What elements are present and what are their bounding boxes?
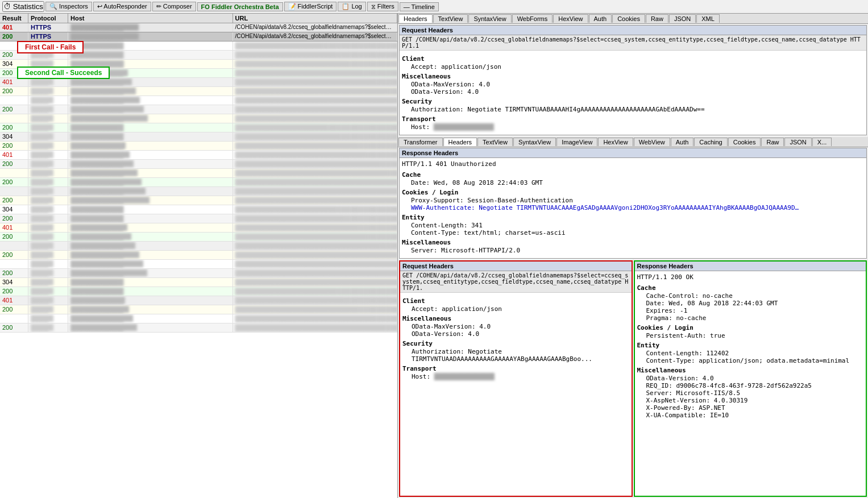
host-cell: ████████████ xyxy=(68,205,233,214)
url-cell: ████████████████████████████████████████ xyxy=(233,187,398,196)
bottom-request-url: GET /COHEN/api/data/v8.2/ccseq_globalfie… xyxy=(400,271,632,293)
session-row[interactable]: 401 ████ ████████████ ██████████████████… xyxy=(0,296,397,305)
result-cell: 401 xyxy=(0,223,28,232)
result-cell: 200 xyxy=(0,142,28,150)
session-row[interactable]: 200 ████ ████████████ ██████████████████… xyxy=(0,51,397,60)
tab-transformer[interactable]: Transformer xyxy=(398,138,443,146)
session-row[interactable]: 401 HTTPS ████████████ /COHEN/api/data/v… xyxy=(0,23,397,32)
tab-xml[interactable]: XML xyxy=(696,14,720,23)
session-row[interactable]: 304 ████ ████████████ ██████████████████… xyxy=(0,60,397,69)
tab-hexview[interactable]: HexView xyxy=(553,14,588,23)
protocol-cell: ████ xyxy=(28,96,68,105)
inspector-tabs: Headers TextView SyntaxView WebForms Hex… xyxy=(398,14,868,24)
result-cell: 200 xyxy=(0,123,28,132)
session-row[interactable]: 200 ████ ████████████ ██████████████████… xyxy=(0,123,397,132)
tab-imageview-resp[interactable]: ImageView xyxy=(556,138,597,146)
tab-auth[interactable]: Auth xyxy=(589,14,612,23)
session-row[interactable]: 200 ████ ████████████ ██████████████████… xyxy=(0,87,397,96)
session-row[interactable]: 200 ████ ████████████ ██████████████████… xyxy=(0,196,397,205)
tab-x-resp[interactable]: X... xyxy=(812,138,832,146)
session-row[interactable]: 200 ████ ████████████ ██████████████████… xyxy=(0,269,397,278)
session-row[interactable]: ████ ████████████ ██████████████████████… xyxy=(0,187,397,196)
tab-webview-resp[interactable]: WebView xyxy=(634,138,670,146)
tab-headers-resp[interactable]: Headers xyxy=(443,138,477,146)
session-row[interactable]: ████ ████████████ ██████████████████████… xyxy=(0,314,397,323)
url-cell: ████████████████████████████████████████ xyxy=(233,196,398,205)
host-cell: ████████████ xyxy=(68,233,233,241)
session-row[interactable]: 304 ████ ████████████ ██████████████████… xyxy=(0,205,397,214)
result-cell xyxy=(0,314,28,323)
tab-textview-resp[interactable]: TextView xyxy=(477,138,513,146)
url-cell: ████████████████████████████████████████ xyxy=(233,96,398,105)
session-row[interactable]: 304 ████ ████████████ ██████████████████… xyxy=(0,278,397,287)
host-cell: ████████████ xyxy=(68,23,233,32)
session-row[interactable]: ████ ████████████ ██████████████████████… xyxy=(0,96,397,105)
tab-autoresponder[interactable]: ↩ AutoResponder xyxy=(93,2,151,11)
url-cell: ████████████████████████████████████████ xyxy=(233,223,398,232)
host-cell: ████████████ xyxy=(68,42,233,50)
tab-fiddler-orchestra[interactable]: FO Fiddler Orchestra Beta xyxy=(197,2,283,11)
result-cell: 200 xyxy=(0,305,28,314)
protocol-cell: HTTPS xyxy=(28,23,68,32)
host-cell: ████████████ xyxy=(68,51,233,59)
session-row[interactable]: 200 ████ ████████████ ██████████████████… xyxy=(0,214,397,223)
session-row[interactable]: 200 ████ ████████████ ██████████████████… xyxy=(0,69,397,78)
session-row[interactable]: 200 ████ ████████████ ██████████████████… xyxy=(0,323,397,333)
session-row[interactable]: 200 ████ ████████████ ██████████████████… xyxy=(0,160,397,169)
tab-auth-resp[interactable]: Auth xyxy=(671,138,694,146)
session-row[interactable]: 200 ████ ████████████ ██████████████████… xyxy=(0,251,397,260)
url-cell: ████████████████████████████████████████ xyxy=(233,260,398,268)
session-row[interactable]: ████ ████████████ ██████████████████████… xyxy=(0,114,397,123)
session-row[interactable]: 200 HTTPS ████████████ /COHEN/api/data/v… xyxy=(0,32,397,42)
tab-raw[interactable]: Raw xyxy=(646,14,668,23)
host-cell: ████████████ xyxy=(68,196,233,205)
tab-inspectors[interactable]: 🔍 Inspectors xyxy=(45,2,92,11)
session-row[interactable]: 304 ████ ████████████ ██████████████████… xyxy=(0,132,397,142)
tab-caching-resp[interactable]: Caching xyxy=(694,138,727,146)
protocol-cell: ████ xyxy=(28,305,68,314)
url-cell: ████████████████████████████████████████ xyxy=(233,269,398,277)
tab-json-resp[interactable]: JSON xyxy=(784,138,811,146)
session-row[interactable]: 401 ████ ████████████ ██████████████████… xyxy=(0,223,397,233)
host-cell: ████████████ xyxy=(68,78,233,86)
session-row[interactable]: 401 ████ ████████████ ██████████████████… xyxy=(0,151,397,160)
tab-textview[interactable]: TextView xyxy=(433,14,468,23)
tab-filters[interactable]: ⧖ Filters xyxy=(367,2,398,11)
session-row[interactable]: 401 ████ ████████████ ██████████████████… xyxy=(0,78,397,87)
tab-timeline[interactable]: — Timeline xyxy=(400,2,439,11)
session-row[interactable]: 200 ████ ████████████ ██████████████████… xyxy=(0,233,397,242)
host-cell: ████████████ xyxy=(68,314,233,323)
tab-cookies[interactable]: Cookies xyxy=(612,14,645,23)
session-row[interactable]: ████ ████████████ ██████████████████████… xyxy=(0,260,397,269)
session-row[interactable]: ████ ████████████ ██████████████████████… xyxy=(0,242,397,251)
session-row[interactable]: ████ ████████████ ██████████████████████… xyxy=(0,42,397,51)
session-row[interactable]: 200 ████ ████████████ ██████████████████… xyxy=(0,142,397,151)
tab-webforms[interactable]: WebForms xyxy=(512,14,553,23)
session-row[interactable]: 200 ████ ████████████ ██████████████████… xyxy=(0,105,397,114)
session-row[interactable]: 200 ████ ████████████ ██████████████████… xyxy=(0,305,397,314)
tab-raw-resp[interactable]: Raw xyxy=(761,138,784,146)
protocol-cell: ████ xyxy=(28,233,68,241)
host-cell: ████████████ xyxy=(68,105,233,114)
tab-headers[interactable]: Headers xyxy=(398,14,433,23)
protocol-cell: ████ xyxy=(28,260,68,268)
tab-fiddler-script[interactable]: 📝 FiddlerScript xyxy=(284,2,337,11)
tab-composer[interactable]: ✏ Composer xyxy=(152,2,196,11)
session-row[interactable]: ████ ████████████ ██████████████████████… xyxy=(0,169,397,178)
tab-json[interactable]: JSON xyxy=(669,14,696,23)
url-cell: ████████████████████████████████████████ xyxy=(233,296,398,305)
host-cell: ████████████ xyxy=(68,251,233,259)
col-result: Result xyxy=(0,14,28,23)
session-row[interactable]: 200 ████ ████████████ ██████████████████… xyxy=(0,178,397,187)
tab-log[interactable]: 📋 Log xyxy=(338,2,366,11)
tab-syntaxview[interactable]: SyntaxView xyxy=(468,14,511,23)
url-cell: ████████████████████████████████████████ xyxy=(233,178,398,186)
host-cell: ████████████ xyxy=(68,32,233,41)
protocol-cell: ████ xyxy=(28,178,68,186)
session-row[interactable]: 200 ████ ████████████ ██████████████████… xyxy=(0,287,397,296)
tab-syntaxview-resp[interactable]: SyntaxView xyxy=(513,138,556,146)
tab-hexview-resp[interactable]: HexView xyxy=(598,138,633,146)
tab-statistics[interactable]: ⏱ Statistics xyxy=(2,1,44,12)
tab-cookies-resp[interactable]: Cookies xyxy=(728,138,761,146)
main-toolbar: ⏱ Statistics 🔍 Inspectors ↩ AutoResponde… xyxy=(0,0,868,14)
